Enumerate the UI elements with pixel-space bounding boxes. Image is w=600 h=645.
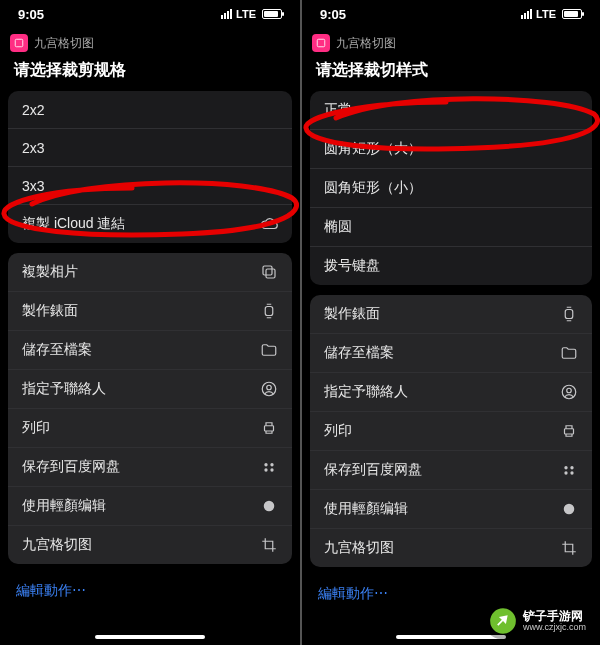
option-3x3[interactable]: 3x3 <box>8 167 292 205</box>
phone-left: 9:05 LTE 九宫格切图 请选择裁剪规格 2x2 2x3 3x3 <box>0 0 300 645</box>
svg-point-18 <box>570 466 573 469</box>
svg-point-15 <box>567 388 572 393</box>
shortcut-app-icon <box>312 34 330 52</box>
action-edit-qingyan[interactable]: 使用輕顏编辑 <box>310 490 592 529</box>
option-2x2[interactable]: 2x2 <box>8 91 292 129</box>
baidu-icon <box>560 461 578 479</box>
status-bar: 9:05 LTE <box>0 0 300 28</box>
shortcut-name: 九宫格切图 <box>336 35 396 52</box>
print-icon <box>560 422 578 440</box>
option-label: 2x3 <box>22 140 45 156</box>
option-2x3[interactable]: 2x3 <box>8 129 292 167</box>
action-label: 儲存至檔案 <box>22 341 92 359</box>
option-label: 正常 <box>324 101 352 119</box>
action-label: 九宫格切图 <box>22 536 92 554</box>
edit-actions-link[interactable]: 編輯動作⋯ <box>302 577 600 603</box>
svg-rect-0 <box>15 39 23 47</box>
watermark-logo-icon <box>489 607 517 635</box>
svg-rect-13 <box>565 310 573 319</box>
sheet-title: 请选择裁剪规格 <box>0 60 300 91</box>
action-create-watchface[interactable]: 製作錶面 <box>310 295 592 334</box>
option-label: 圆角矩形（大） <box>324 140 422 158</box>
option-ellipse[interactable]: 椭圆 <box>310 208 592 247</box>
watermark-url: www.czjxjc.com <box>523 623 586 632</box>
home-indicator[interactable] <box>396 635 506 639</box>
svg-point-21 <box>564 504 575 515</box>
action-create-watchface[interactable]: 製作錶面 <box>8 292 292 331</box>
action-label: 製作錶面 <box>324 305 380 323</box>
folder-icon <box>560 344 578 362</box>
action-edit-qingyan[interactable]: 使用輕顏编辑 <box>8 487 292 526</box>
option-normal[interactable]: 正常 <box>310 91 592 130</box>
action-label: 列印 <box>22 419 50 437</box>
phone-right: 9:05 LTE 九宫格切图 请选择裁切样式 正常 圆角矩形（大） 圆角矩形（小… <box>300 0 600 645</box>
shortcut-header: 九宫格切图 <box>10 34 290 52</box>
print-icon <box>260 419 278 437</box>
action-assign-contact[interactable]: 指定予聯絡人 <box>310 373 592 412</box>
svg-point-8 <box>270 463 273 466</box>
action-label: 使用輕顏编辑 <box>22 497 106 515</box>
copy-icon <box>260 263 278 281</box>
action-label: 製作錶面 <box>22 302 78 320</box>
svg-point-10 <box>270 468 273 471</box>
options-group: 正常 圆角矩形（大） 圆角矩形（小） 椭圆 拨号键盘 <box>310 91 592 285</box>
option-label: 拨号键盘 <box>324 257 380 275</box>
option-label: 圆角矩形（小） <box>324 179 422 197</box>
action-label: 指定予聯絡人 <box>22 380 106 398</box>
action-grid-cut[interactable]: 九宫格切图 <box>310 529 592 567</box>
action-save-to-files[interactable]: 儲存至檔案 <box>310 334 592 373</box>
action-save-baidu[interactable]: 保存到百度网盘 <box>8 448 292 487</box>
action-copy-photo[interactable]: 複製相片 <box>8 253 292 292</box>
battery-icon <box>562 9 582 19</box>
svg-rect-3 <box>265 307 273 316</box>
option-copy-icloud-link[interactable]: 複製 iCloud 連結 <box>8 205 292 243</box>
svg-rect-6 <box>265 426 274 431</box>
status-time: 9:05 <box>18 7 44 22</box>
action-label: 列印 <box>324 422 352 440</box>
status-time: 9:05 <box>320 7 346 22</box>
home-indicator[interactable] <box>95 635 205 639</box>
watermark-title: 铲子手游网 <box>523 610 586 623</box>
svg-point-9 <box>264 468 267 471</box>
person-icon <box>260 380 278 398</box>
svg-rect-1 <box>266 269 275 278</box>
actions-group: 複製相片 製作錶面 儲存至檔案 指定予聯絡人 <box>8 253 292 564</box>
svg-point-5 <box>267 385 272 390</box>
shortcut-app-icon <box>10 34 28 52</box>
action-print[interactable]: 列印 <box>310 412 592 451</box>
svg-point-17 <box>564 466 567 469</box>
shortcut-header: 九宫格切图 <box>312 34 590 52</box>
status-carrier: LTE <box>236 8 256 20</box>
action-label: 使用輕顏编辑 <box>324 500 408 518</box>
person-icon <box>560 383 578 401</box>
svg-rect-2 <box>263 266 272 275</box>
option-dialpad[interactable]: 拨号键盘 <box>310 247 592 285</box>
option-round-large[interactable]: 圆角矩形（大） <box>310 130 592 169</box>
action-save-to-files[interactable]: 儲存至檔案 <box>8 331 292 370</box>
baidu-icon <box>260 458 278 476</box>
option-round-small[interactable]: 圆角矩形（小） <box>310 169 592 208</box>
options-group: 2x2 2x3 3x3 複製 iCloud 連結 <box>8 91 292 243</box>
watch-icon <box>560 305 578 323</box>
watermark: 铲子手游网 www.czjxjc.com <box>485 603 594 639</box>
status-carrier: LTE <box>536 8 556 20</box>
svg-point-11 <box>264 501 275 512</box>
edit-actions-link[interactable]: 編輯動作⋯ <box>0 574 300 600</box>
option-label: 2x2 <box>22 102 45 118</box>
action-assign-contact[interactable]: 指定予聯絡人 <box>8 370 292 409</box>
dot-icon <box>260 497 278 515</box>
action-save-baidu[interactable]: 保存到百度网盘 <box>310 451 592 490</box>
option-label: 椭圆 <box>324 218 352 236</box>
action-print[interactable]: 列印 <box>8 409 292 448</box>
folder-icon <box>260 341 278 359</box>
crop-icon <box>560 539 578 557</box>
watch-icon <box>260 302 278 320</box>
svg-point-7 <box>264 463 267 466</box>
action-grid-cut[interactable]: 九宫格切图 <box>8 526 292 564</box>
status-bar: 9:05 LTE <box>302 0 600 28</box>
battery-icon <box>262 9 282 19</box>
crop-icon <box>260 536 278 554</box>
action-label: 儲存至檔案 <box>324 344 394 362</box>
svg-rect-12 <box>317 39 325 47</box>
actions-group: 製作錶面 儲存至檔案 指定予聯絡人 列印 <box>310 295 592 567</box>
